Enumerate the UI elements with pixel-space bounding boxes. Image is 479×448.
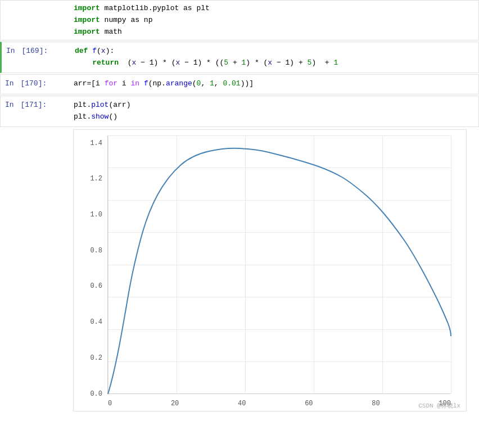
y-label-1.4: 1.4 <box>80 139 102 147</box>
y-label-0.6: 0.6 <box>80 282 102 290</box>
cell-num-171: [171]: <box>20 101 47 109</box>
notebook: import matplotlib.pyplot as plt import n… <box>0 0 479 411</box>
chart-svg <box>108 135 451 394</box>
x-label-20: 20 <box>171 400 179 408</box>
cell-in-170: In <box>5 79 14 88</box>
cell-content-171: plt.plot(arr) plt.show() <box>74 96 478 126</box>
x-label-80: 80 <box>372 400 379 408</box>
cell-prompt-169: In [169]: <box>2 42 75 58</box>
x-label-40: 40 <box>238 400 246 408</box>
code-line-arr: arr=[i for i in f(np.arange(0, 1, 0.01))… <box>74 78 476 90</box>
x-label-60: 60 <box>305 400 313 408</box>
y-label-0.0: 0.0 <box>80 390 102 398</box>
y-label-1.2: 1.2 <box>80 175 102 183</box>
plot-area: 1.4 1.2 1.0 0.8 0.6 0.4 0.2 0.0 0 20 40 … <box>107 135 450 394</box>
code-line-plot: plt.plot(arr) <box>74 99 476 111</box>
plot-output: 1.4 1.2 1.0 0.8 0.6 0.4 0.2 0.0 0 20 40 … <box>73 129 467 411</box>
grid-v-5 <box>451 135 451 394</box>
chart-line <box>108 148 451 393</box>
x-axis-labels: 0 20 40 60 80 100 <box>108 400 451 408</box>
y-label-0.2: 0.2 <box>80 354 102 362</box>
watermark: CSDN @林晓lx <box>418 401 460 410</box>
cell-prompt-170: In [170]: <box>1 75 74 91</box>
cell-num-label: [169]: <box>21 47 48 55</box>
import-line-3: import import mathmath <box>74 26 476 38</box>
cell-in-label: In <box>6 47 15 55</box>
y-label-1.0: 1.0 <box>80 211 102 219</box>
code-line-2: return (x − 1) * (x − 1) * ((5 + 1) * (x… <box>75 57 476 69</box>
cell-171: In [171]: plt.plot(arr) plt.show() <box>0 96 479 127</box>
cell-169: In [169]: def f(x): return (x − 1) * (x … <box>0 42 479 73</box>
import-line-2: import numpy as np <box>74 15 476 26</box>
cell-content-170: arr=[i for i in f(np.arange(0, 1, 0.01))… <box>74 75 478 93</box>
code-line-1: def f(x): <box>75 46 476 57</box>
y-label-0.8: 0.8 <box>80 247 102 255</box>
top-imports: import matplotlib.pyplot as plt import n… <box>0 0 479 40</box>
code-line-show: plt.show() <box>74 111 476 123</box>
cell-in-171: In <box>5 101 14 109</box>
y-axis-labels: 1.4 1.2 1.0 0.8 0.6 0.4 0.2 0.0 <box>80 135 102 394</box>
x-label-0: 0 <box>108 400 112 408</box>
y-label-0.4: 0.4 <box>80 318 102 326</box>
cell-170: In [170]: arr=[i for i in f(np.arange(0,… <box>0 74 479 94</box>
cell-content-169: def f(x): return (x − 1) * (x − 1) * ((5… <box>75 42 478 73</box>
cell-num-170: [170]: <box>20 79 47 88</box>
cell-prompt-171: In [171]: <box>1 96 74 112</box>
import-line-1: import matplotlib.pyplot as plt <box>74 3 476 15</box>
